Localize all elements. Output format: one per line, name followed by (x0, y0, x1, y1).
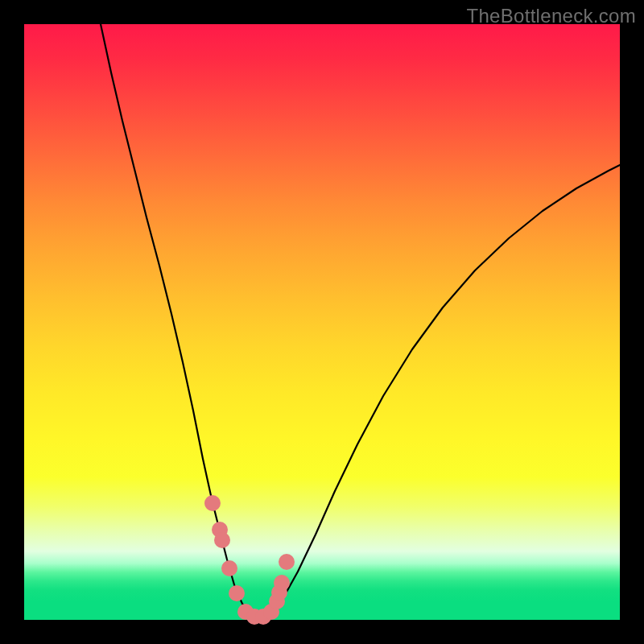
plot-area (24, 24, 620, 620)
chart-svg (24, 24, 620, 620)
right-curve (256, 165, 620, 618)
marker-dot (214, 532, 230, 548)
marker-dot (274, 575, 290, 591)
curve-lines-group (101, 24, 620, 618)
marker-dot (204, 495, 221, 511)
left-curve (101, 24, 256, 618)
marker-dot (221, 560, 237, 576)
marker-dots-group (204, 495, 295, 625)
watermark-text: TheBottleneck.com (466, 5, 636, 27)
marker-dot (229, 585, 245, 601)
marker-dot (279, 554, 295, 570)
outer-frame: TheBottleneck.com (0, 0, 644, 644)
